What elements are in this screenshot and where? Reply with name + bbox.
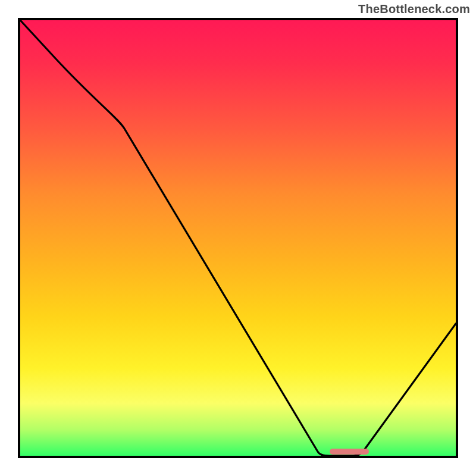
plot-area — [18, 18, 458, 458]
bottleneck-chart: TheBottleneck.com — [0, 0, 476, 476]
curve-layer — [20, 20, 456, 456]
optimal-range-marker — [330, 449, 369, 455]
watermark-text: TheBottleneck.com — [358, 2, 470, 16]
bottleneck-curve — [20, 20, 456, 456]
